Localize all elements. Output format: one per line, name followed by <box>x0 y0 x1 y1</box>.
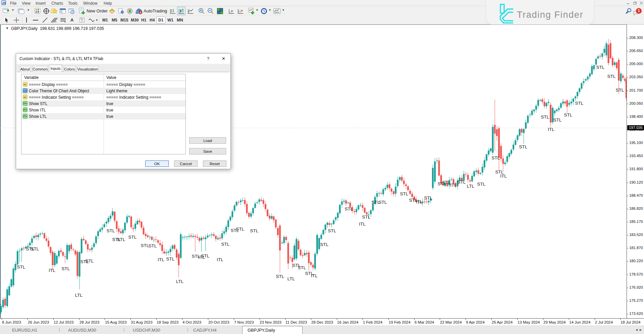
svg-text:STL: STL <box>117 237 125 242</box>
svg-text:LTL: LTL <box>75 293 83 298</box>
svg-text:LTL: LTL <box>287 276 295 281</box>
svg-text:STL: STL <box>477 182 486 187</box>
svg-text:ITL: ITL <box>158 257 164 262</box>
svg-text:STL: STL <box>345 206 353 211</box>
svg-text:STL: STL <box>541 114 549 120</box>
svg-text:STL: STL <box>221 242 230 247</box>
svg-text:STL: STL <box>201 253 210 258</box>
svg-text:STL: STL <box>320 242 329 247</box>
svg-text:STL: STL <box>607 74 616 79</box>
svg-text:STL: STL <box>107 228 115 233</box>
svg-text:STL: STL <box>166 256 175 261</box>
svg-text:123: 123 <box>23 90 28 92</box>
svg-text:ITL: ITL <box>548 127 554 132</box>
svg-text:STL: STL <box>328 228 336 233</box>
svg-text:ab: ab <box>23 83 26 86</box>
svg-text:STL: STL <box>379 200 387 205</box>
svg-text:STL: STL <box>128 235 137 240</box>
svg-text:STL: STL <box>519 144 528 149</box>
svg-text:STL: STL <box>442 180 451 185</box>
svg-text:ITL: ITL <box>500 174 507 179</box>
svg-text:STL: STL <box>236 227 245 232</box>
svg-text:ITL: ITL <box>450 183 457 188</box>
svg-text:STL: STL <box>298 265 306 270</box>
svg-text:ITL: ITL <box>416 199 423 204</box>
svg-text:ITL: ITL <box>359 222 366 227</box>
svg-text:STL: STL <box>492 155 500 160</box>
svg-text:STL: STL <box>250 228 259 233</box>
svg-text:F: F <box>64 21 66 23</box>
svg-text:STL: STL <box>149 243 157 248</box>
svg-text:STL: STL <box>616 88 624 93</box>
svg-text:STL: STL <box>31 246 39 251</box>
svg-text:STL: STL <box>17 265 25 270</box>
svg-text:STL: STL <box>141 243 149 248</box>
svg-text:LTL: LTL <box>176 279 184 284</box>
svg-text:STL: STL <box>86 258 94 264</box>
svg-text:ITL: ITL <box>49 268 55 273</box>
svg-text:STL: STL <box>458 180 466 185</box>
svg-text:LTL: LTL <box>467 184 475 189</box>
svg-text:STL: STL <box>400 191 409 196</box>
svg-text:€: € <box>55 21 57 23</box>
svg-text:T: T <box>81 18 83 22</box>
svg-text:ab: ab <box>23 96 26 99</box>
svg-text:STL: STL <box>276 274 284 279</box>
svg-text:STL: STL <box>564 112 573 117</box>
svg-text:STL: STL <box>596 65 605 70</box>
svg-text:STL: STL <box>575 101 584 106</box>
svg-text:ITL: ITL <box>311 273 318 278</box>
svg-text:STL: STL <box>553 117 562 123</box>
svg-text:STL: STL <box>424 195 433 200</box>
svg-text:STL: STL <box>62 266 70 271</box>
svg-text:ITL: ITL <box>217 257 223 262</box>
svg-text:STL: STL <box>362 214 371 220</box>
